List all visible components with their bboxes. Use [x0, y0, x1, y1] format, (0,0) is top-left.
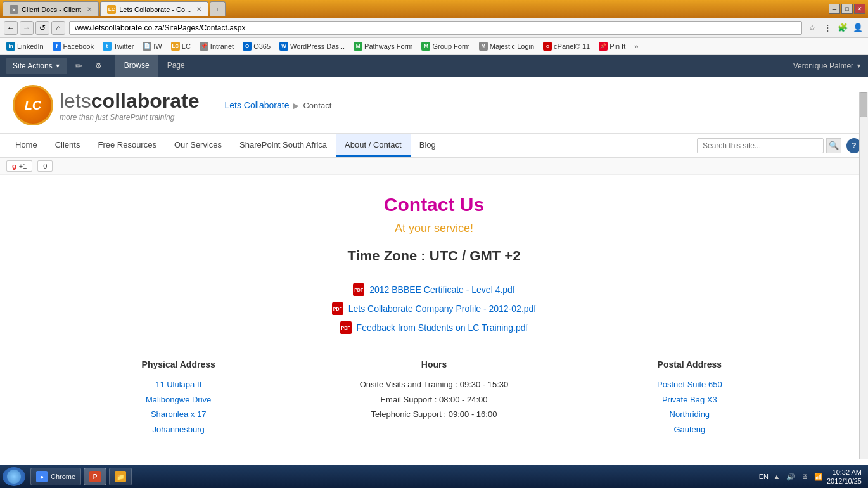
search-button[interactable]: 🔍 — [826, 138, 841, 153]
bookmark-star-icon[interactable]: ☆ — [806, 22, 819, 34]
bookmark-intranet[interactable]: 📌 Intranet — [196, 41, 238, 52]
nav-about-contact[interactable]: About / Contact — [336, 134, 411, 157]
nav-our-services[interactable]: Our Services — [165, 134, 231, 157]
search-input[interactable] — [697, 138, 824, 153]
taskbar-app-files[interactable]: 📁 — [109, 468, 132, 485]
logo-name: letscollaborate — [60, 89, 200, 113]
gplus-count: 0 — [37, 160, 53, 172]
bookmark-label: Twitter — [113, 42, 134, 50]
bookmark-linkedin[interactable]: in LinkedIn — [3, 41, 48, 52]
pinit-icon: 📌 — [599, 42, 608, 51]
taskbar-app-powerpoint[interactable]: P — [84, 468, 106, 485]
gplus-button[interactable]: g +1 — [6, 160, 32, 172]
postal-line1: Postnet Suite 650 — [562, 378, 817, 391]
tray-volume-icon[interactable]: 🔊 — [785, 471, 796, 482]
nav-clients[interactable]: Clients — [46, 134, 89, 157]
url-bar[interactable] — [69, 21, 802, 35]
home-button[interactable]: ⌂ — [51, 21, 65, 35]
address-bar: ← → ↺ ⌂ ☆ ⋮ 🧩 👤 — [0, 18, 868, 38]
tab-lets-collaborate[interactable]: LC Lets Collaborate - Co... ✕ — [100, 1, 208, 16]
breadcrumb-home-link[interactable]: Lets Collaborate — [225, 100, 290, 110]
bookmark-cpanel[interactable]: c cPanel® 11 — [539, 41, 594, 52]
clock-time: 10:32 AM — [827, 468, 862, 477]
sp-username: Veronique Palmer — [793, 61, 853, 70]
nav-bar: Home Clients Free Resources Our Services… — [0, 134, 868, 158]
doc-link-profile[interactable]: PDF Lets Collaborate Company Profile - 2… — [332, 302, 537, 315]
forward-button[interactable]: → — [20, 21, 34, 35]
site-header: LC letscollaborate more than just ShareP… — [0, 77, 868, 134]
profile-icon[interactable]: 👤 — [852, 22, 864, 34]
tray-language[interactable]: EN — [759, 473, 769, 480]
postal-line2: Private Bag X3 — [562, 394, 817, 406]
settings-icon[interactable]: ⚙ — [90, 57, 108, 75]
postal-address-col: Postal Address Postnet Suite 650 Private… — [562, 359, 817, 438]
hours-line3: Telephonic Support : 09:00 - 16:00 — [306, 408, 561, 421]
nav-blog[interactable]: Blog — [411, 134, 445, 157]
pdf-icon-1: PDF — [353, 283, 364, 296]
minimize-button[interactable]: ─ — [829, 4, 840, 14]
bookmark-label: Majestic Login — [490, 42, 534, 50]
close-button[interactable]: ✕ — [854, 4, 865, 14]
tab-close-1[interactable]: ✕ — [87, 6, 92, 13]
doc-link-label-3: Feedback from Students on LC Training.pd… — [357, 323, 528, 333]
bookmark-facebook[interactable]: f Facebook — [49, 41, 98, 52]
gplus-g-icon: g — [12, 162, 16, 170]
logo-name-bold: collaborate — [91, 89, 200, 112]
group-icon: M — [421, 42, 430, 51]
bookmark-pathways[interactable]: M Pathways Form — [350, 41, 416, 52]
hours-line2: Email Support : 08:00 - 24:00 — [306, 394, 561, 406]
reload-button[interactable]: ↺ — [35, 21, 49, 35]
back-button[interactable]: ← — [4, 21, 18, 35]
bookmark-iw[interactable]: 📄 IW — [139, 41, 165, 52]
tray-network-icon[interactable]: ▲ — [771, 471, 782, 482]
tray-display-icon[interactable]: 🖥 — [799, 471, 810, 482]
nav-search: 🔍 ? — [697, 138, 862, 153]
tab-new[interactable]: + — [210, 1, 225, 16]
postal-address-heading: Postal Address — [562, 359, 817, 369]
sp-tab-page[interactable]: Page — [158, 55, 194, 77]
bookmark-wordpress[interactable]: W WordPress Das... — [276, 41, 348, 52]
system-clock: 10:32 AM 2012/10/25 — [827, 468, 862, 486]
bookmark-twitter[interactable]: t Twitter — [99, 41, 137, 52]
system-tray: EN ▲ 🔊 🖥 📶 10:32 AM 2012/10/25 — [755, 468, 865, 486]
extensions-icon[interactable]: 🧩 — [836, 22, 849, 34]
maximize-button[interactable]: □ — [841, 4, 853, 14]
bookmark-more[interactable]: » — [630, 41, 642, 51]
intranet-icon: 📌 — [200, 42, 208, 51]
page-tab-label: Page — [167, 61, 185, 70]
majestic-icon: M — [479, 42, 488, 51]
bookmark-lc[interactable]: LC LC — [167, 41, 195, 52]
sp-tab-browse[interactable]: Browse — [115, 55, 158, 77]
doc-link-label-1: 2012 BBBEE Certificate - Level 4.pdf — [369, 285, 515, 295]
logo-name-light: lets — [60, 89, 91, 112]
logo-icon: LC — [13, 85, 53, 125]
nav-home[interactable]: Home — [6, 134, 46, 157]
taskbar-app-chrome[interactable]: ● Chrome — [30, 468, 81, 485]
address-section: Physical Address 11 Ululapa II Malibongw… — [13, 359, 855, 438]
nav-free-resources[interactable]: Free Resources — [89, 134, 165, 157]
tray-wifi-icon[interactable]: 📶 — [813, 471, 824, 482]
nav-sharepoint-sa[interactable]: SharePoint South Africa — [231, 134, 336, 157]
doc-link-bbbee[interactable]: PDF 2012 BBBEE Certificate - Level 4.pdf — [353, 283, 515, 296]
tab-client-docs[interactable]: S Client Docs - Client ✕ — [3, 1, 99, 16]
bookmark-pinit[interactable]: 📌 Pin It — [595, 41, 629, 52]
edit-page-icon[interactable]: ✏ — [70, 57, 87, 75]
bookmark-majestic[interactable]: M Majestic Login — [475, 41, 538, 52]
menu-icon[interactable]: ⋮ — [821, 22, 834, 34]
doc-link-feedback[interactable]: PDF Feedback from Students on LC Trainin… — [340, 321, 528, 334]
pdf-icon-2: PDF — [332, 302, 343, 315]
linkedin-icon: in — [6, 42, 15, 51]
bookmark-group[interactable]: M Group Form — [418, 41, 473, 52]
bookmark-o365[interactable]: O O365 — [239, 41, 274, 52]
browse-tab-label: Browse — [124, 61, 150, 70]
scroll-thumb[interactable] — [860, 92, 867, 117]
postal-line4: Gauteng — [562, 423, 817, 436]
start-button[interactable] — [3, 467, 25, 486]
tab-close-2[interactable]: ✕ — [196, 6, 201, 13]
pdf-icon-3: PDF — [340, 321, 352, 334]
address-icons: ☆ ⋮ 🧩 👤 — [806, 22, 864, 34]
scroll-track[interactable] — [859, 92, 868, 459]
site-actions-button[interactable]: Site Actions ▼ — [6, 58, 67, 74]
hours-line1: Onsite Visits and Training : 09:30 - 15:… — [306, 378, 561, 391]
sp-user-menu[interactable]: Veronique Palmer ▼ — [793, 61, 862, 70]
